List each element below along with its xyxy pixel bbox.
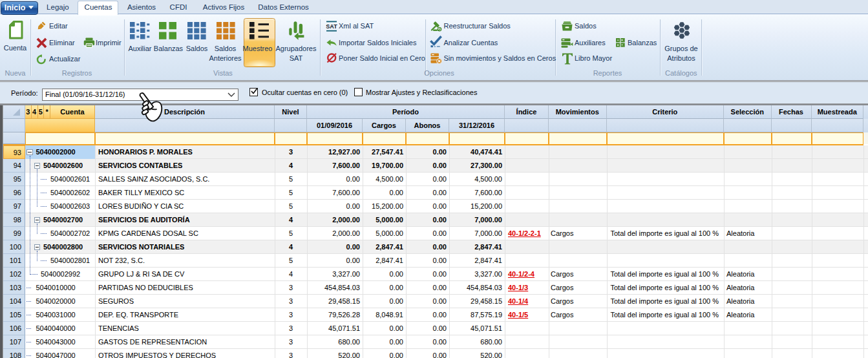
svg-text:SAT: SAT xyxy=(326,23,337,30)
